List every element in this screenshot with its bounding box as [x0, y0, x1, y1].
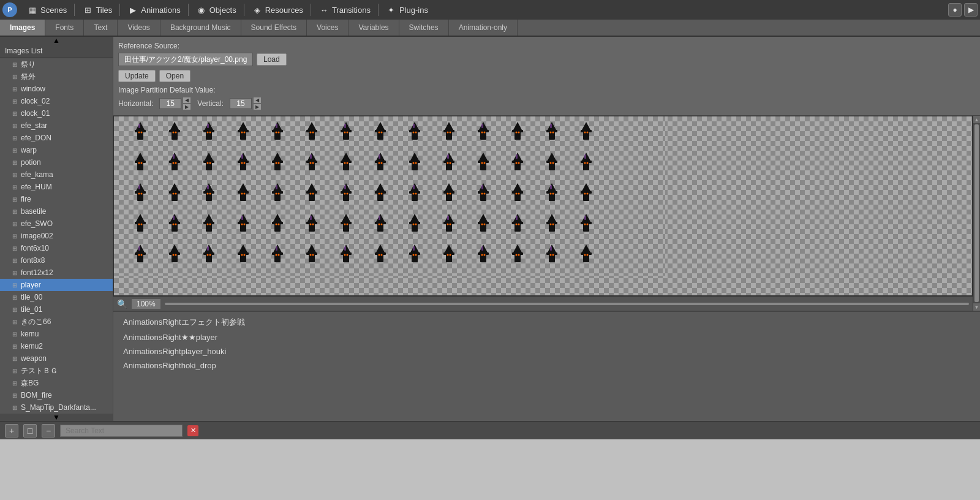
sidebar-item-6[interactable]: ⊞efe_DON: [0, 132, 113, 144]
stop-button[interactable]: ●: [948, 3, 962, 17]
svg-rect-184: [276, 185, 277, 189]
svg-point-108: [278, 162, 280, 164]
sidebar-item-23[interactable]: ⊞kemu2: [0, 340, 113, 352]
svg-rect-156: [584, 154, 586, 159]
horizontal-down-arrow[interactable]: ▶: [183, 104, 191, 110]
delete-button[interactable]: −: [42, 424, 55, 438]
svg-point-54: [415, 132, 417, 134]
objects-icon: ◉: [196, 4, 207, 15]
menu-animations[interactable]: ▶ Animations: [123, 3, 185, 17]
sidebar-item-8[interactable]: ⊞potion: [0, 156, 113, 169]
bottom-item-3[interactable]: AnimationsRighthoki_drop: [113, 358, 980, 373]
search-input[interactable]: [60, 425, 183, 437]
svg-rect-244: [173, 216, 175, 220]
scroll-down-button[interactable]: ▼: [973, 303, 980, 311]
sidebar-item-11[interactable]: ⊞fire: [0, 193, 113, 205]
svg-point-212: [447, 193, 449, 195]
load-button[interactable]: Load: [257, 53, 287, 66]
sidebar-item-15[interactable]: ⊞font6x10: [0, 242, 113, 254]
tab-switches[interactable]: Switches: [399, 20, 449, 36]
vertical-down-arrow[interactable]: ▶: [253, 104, 262, 110]
image-viewer[interactable]: [113, 116, 973, 296]
plugins-icon: ✦: [386, 4, 397, 15]
tab-bg-music[interactable]: Background Music: [160, 20, 241, 36]
sidebar-item-16[interactable]: ⊞font8x8: [0, 254, 113, 267]
sidebar-item-4[interactable]: ⊞clock_01: [0, 107, 113, 119]
search-clear-button[interactable]: ✕: [187, 425, 198, 436]
tab-variables[interactable]: Variables: [349, 20, 399, 36]
sidebar-scroll-up[interactable]: ▲: [0, 37, 113, 44]
tab-animation-only[interactable]: Animation-only: [449, 20, 518, 36]
sidebar-item-2[interactable]: ⊞window: [0, 83, 113, 95]
app-logo[interactable]: P: [2, 2, 17, 17]
sidebar-item-26[interactable]: ⊞森BG: [0, 377, 113, 389]
svg-point-47: [379, 132, 380, 134]
sidebar-item-9[interactable]: ⊞efe_kama: [0, 169, 113, 181]
svg-rect-88: [169, 161, 180, 163]
menu-resources[interactable]: ◈ Resources: [247, 3, 308, 17]
zoom-track[interactable]: [165, 303, 969, 305]
tab-videos[interactable]: Videos: [118, 20, 160, 36]
sidebar-item-20[interactable]: ⊞tile_01: [0, 303, 113, 316]
tab-images[interactable]: Images: [0, 20, 45, 36]
open-button[interactable]: Open: [159, 70, 190, 82]
sidebar-item-17[interactable]: ⊞font12x12: [0, 267, 113, 279]
sidebar-item-5[interactable]: ⊞efe_star: [0, 119, 113, 132]
animations-label: Animations: [141, 6, 180, 15]
sidebar-item-3[interactable]: ⊞clock_02: [0, 95, 113, 107]
menu-transitions[interactable]: ↔ Transitions: [314, 3, 375, 17]
sidebar-item-12[interactable]: ⊞basetile: [0, 205, 113, 218]
add-item-button[interactable]: +: [5, 424, 18, 438]
reference-path-input[interactable]: [118, 53, 253, 66]
svg-rect-302: [549, 223, 555, 232]
menu-plugins[interactable]: ✦ Plug-ins: [381, 3, 433, 17]
tab-voices[interactable]: Voices: [307, 20, 349, 36]
sidebar-item-21[interactable]: ⊞きのこ66: [0, 316, 113, 328]
bottom-item-0[interactable]: AnimationsRightエフェクト初参戦: [113, 314, 980, 330]
svg-point-268: [312, 224, 314, 225]
scroll-up-button[interactable]: ▲: [973, 116, 980, 123]
sidebar-item-0[interactable]: ⊞祭り: [0, 58, 113, 70]
right-scrollbar: ▲ ▼: [973, 116, 980, 311]
sidebar-item-1[interactable]: ⊞祭外: [0, 70, 113, 83]
scroll-thumb[interactable]: [974, 124, 979, 302]
bottom-item-1[interactable]: AnimationsRight★★player: [113, 330, 980, 344]
update-button[interactable]: Update: [118, 70, 156, 82]
sidebar-item-28[interactable]: ⊞S_MapTip_Darkfanta...: [0, 401, 113, 414]
menu-objects[interactable]: ◉ Objects: [191, 3, 241, 17]
sidebar-item-7[interactable]: ⊞warp: [0, 144, 113, 156]
bottom-item-2[interactable]: AnimationsRightplayer_houki: [113, 344, 980, 358]
tab-fonts[interactable]: Fonts: [45, 20, 84, 36]
sidebar-item-27[interactable]: ⊞BOM_fire: [0, 389, 113, 401]
menu-divider-6: [378, 4, 379, 16]
sidebar-item-13[interactable]: ⊞efe_SWO: [0, 218, 113, 230]
tab-text[interactable]: Text: [84, 20, 118, 36]
menu-scenes[interactable]: ▦ Scenes: [22, 3, 72, 17]
svg-rect-369: [478, 252, 489, 255]
sidebar-item-10[interactable]: ⊞efe_HUM: [0, 181, 113, 193]
sidebar-scroll-down[interactable]: ▼: [0, 414, 113, 421]
tab-sound-effects[interactable]: Sound Effects: [241, 20, 307, 36]
svg-rect-192: [343, 192, 349, 201]
svg-point-350: [344, 254, 346, 256]
vertical-up-arrow[interactable]: ◀: [253, 97, 262, 104]
svg-point-10: [141, 132, 143, 134]
zoom-bar: 🔍 100%: [113, 296, 973, 311]
zoom-icon: 🔍: [117, 299, 127, 309]
svg-point-202: [381, 193, 383, 195]
menu-tiles[interactable]: ⊞ Tiles: [77, 3, 117, 17]
sidebar-item-19[interactable]: ⊞tile_00: [0, 291, 113, 303]
svg-point-65: [484, 132, 486, 134]
svg-rect-77: [583, 131, 589, 140]
sidebar-item-25[interactable]: ⊞テストＢＧ: [0, 365, 113, 377]
svg-rect-166: [169, 191, 180, 194]
play-button[interactable]: ▶: [964, 3, 978, 17]
sidebar-item-14[interactable]: ⊞image002: [0, 230, 113, 242]
sidebar-item-24[interactable]: ⊞weapon: [0, 352, 113, 365]
sidebar-item-18[interactable]: ⊞player: [0, 279, 113, 291]
folder-button[interactable]: □: [23, 424, 37, 438]
horizontal-up-arrow[interactable]: ◀: [183, 97, 191, 104]
partition-row: Image Partition Default Value:: [118, 86, 975, 94]
sidebar-item-22[interactable]: ⊞kemu: [0, 328, 113, 340]
full-content: ▲ Images List ⊞祭り⊞祭外⊞window⊞clock_02⊞clo…: [0, 37, 980, 421]
